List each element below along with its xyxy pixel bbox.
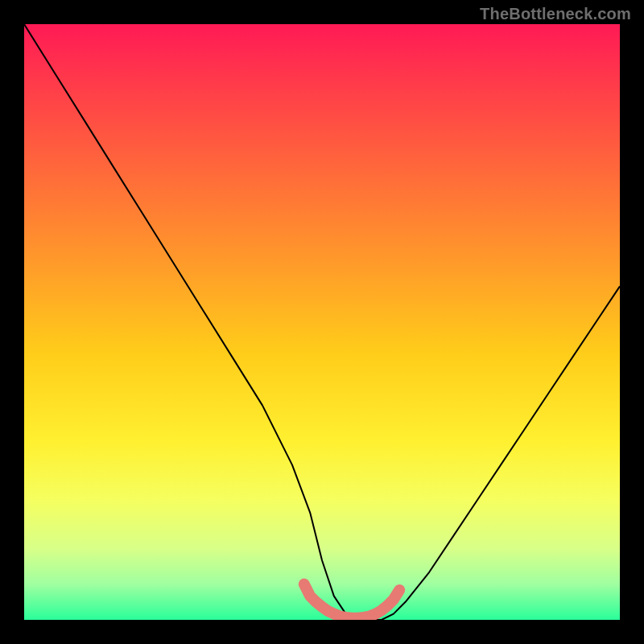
gradient-background (24, 24, 620, 620)
chart-frame: TheBottleneck.com (0, 0, 644, 644)
chart-plot-area (24, 24, 620, 620)
watermark-text: TheBottleneck.com (480, 5, 631, 23)
bottleneck-chart (24, 24, 620, 620)
